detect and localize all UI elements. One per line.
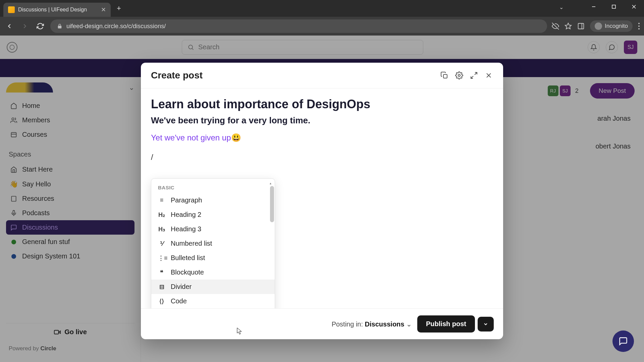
modal-body: Learn about importance of DesignOps We'v… [141, 88, 503, 308]
chevron-down-icon: ⌄ [406, 320, 412, 328]
maximize-button[interactable] [604, 0, 624, 13]
url-bar[interactable]: uifeed-design.circle.so/c/discussions/ [50, 19, 547, 33]
gear-icon[interactable] [455, 71, 464, 80]
block-type-icon: ≡ [158, 197, 165, 204]
kebab-menu-icon[interactable] [638, 22, 640, 30]
modal-title: Create post [151, 70, 440, 81]
slash-item-code[interactable]: ⟨⟩Code [151, 294, 275, 308]
publish-more-button[interactable] [478, 317, 494, 331]
new-tab-button[interactable]: + [117, 4, 121, 13]
tab-close-icon[interactable]: ✕ [101, 6, 106, 13]
slash-trigger[interactable]: / [151, 153, 493, 162]
incognito-badge[interactable]: Incognito [590, 20, 633, 32]
slash-item-blockquote[interactable]: ❝Blockquote [151, 265, 275, 280]
svg-point-8 [638, 25, 640, 27]
block-type-icon: ⊟ [158, 283, 165, 291]
scrollbar-thumb[interactable] [270, 186, 274, 222]
tab-title: Discussions | UIFeed Design [18, 7, 98, 13]
block-type-icon: ⅟ [158, 240, 165, 247]
expand-icon[interactable] [470, 71, 478, 80]
duplicate-icon[interactable] [440, 71, 449, 80]
scroll-up-icon[interactable]: ▴ [270, 181, 273, 185]
create-post-modal: Create post Learn about importance of De… [141, 63, 503, 339]
minimize-button[interactable] [584, 0, 604, 13]
slash-item-divider[interactable]: ⊟Divider [151, 280, 275, 294]
tab-favicon [8, 6, 15, 13]
block-type-icon: ⟨⟩ [158, 298, 165, 305]
panel-icon[interactable] [577, 22, 585, 30]
chat-widget[interactable] [612, 330, 634, 352]
modal-footer: Posting in: Discussions ⌄ Publish post [141, 308, 503, 339]
url-text: uifeed-design.circle.so/c/discussions/ [66, 23, 166, 30]
svg-rect-20 [443, 74, 447, 78]
slash-item-paragraph[interactable]: ≡Paragraph [151, 193, 275, 207]
scrollbar[interactable]: ▴ ▾ [270, 182, 274, 308]
modal-header: Create post [141, 63, 503, 88]
slash-item-numbered-list[interactable]: ⅟Numbered list [151, 236, 275, 251]
close-icon[interactable] [484, 71, 493, 80]
svg-point-9 [638, 28, 640, 29]
block-type-icon: ⋮≡ [158, 254, 165, 262]
publish-button[interactable]: Publish post [417, 315, 475, 333]
svg-point-7 [638, 23, 640, 24]
post-subtitle[interactable]: We've been trying for a very long time. [151, 115, 493, 126]
slash-section-label: BASIC [151, 182, 275, 193]
svg-rect-5 [578, 23, 584, 29]
lock-icon [57, 23, 62, 29]
slash-item-heading-2[interactable]: H₂Heading 2 [151, 207, 275, 222]
reload-button[interactable] [35, 21, 46, 32]
svg-marker-4 [565, 23, 571, 29]
svg-rect-1 [612, 5, 615, 8]
slash-item-bulleted-list[interactable]: ⋮≡Bulleted list [151, 251, 275, 265]
window-controls [584, 0, 644, 13]
incognito-icon [595, 22, 602, 30]
tabs-dropdown-icon[interactable]: ⌄ [559, 4, 564, 10]
close-window-button[interactable] [624, 0, 644, 13]
block-type-icon: H₂ [158, 211, 165, 219]
block-type-icon: H₃ [158, 226, 165, 233]
posting-in-selector[interactable]: Posting in: Discussions ⌄ [332, 320, 412, 328]
chat-icon [619, 337, 628, 346]
browser-tab-bar: Discussions | UIFeed Design ✕ + ⌄ [0, 0, 644, 17]
slash-menu: BASIC ≡ParagraphH₂Heading 2H₃Heading 3⅟N… [151, 178, 275, 308]
svg-point-21 [458, 74, 460, 76]
forward-button[interactable] [19, 21, 30, 32]
block-type-icon: ❝ [158, 269, 165, 276]
post-link-text[interactable]: Yet we've not given up😃 [151, 133, 493, 142]
back-button[interactable] [4, 21, 15, 32]
star-icon[interactable] [565, 22, 572, 30]
eye-off-icon[interactable] [552, 22, 559, 30]
incognito-label: Incognito [605, 23, 628, 29]
browser-toolbar: uifeed-design.circle.so/c/discussions/ I… [0, 17, 644, 36]
slash-item-heading-3[interactable]: H₃Heading 3 [151, 222, 275, 236]
browser-tab[interactable]: Discussions | UIFeed Design ✕ [3, 3, 111, 17]
post-title-input[interactable]: Learn about importance of DesignOps [151, 97, 493, 111]
